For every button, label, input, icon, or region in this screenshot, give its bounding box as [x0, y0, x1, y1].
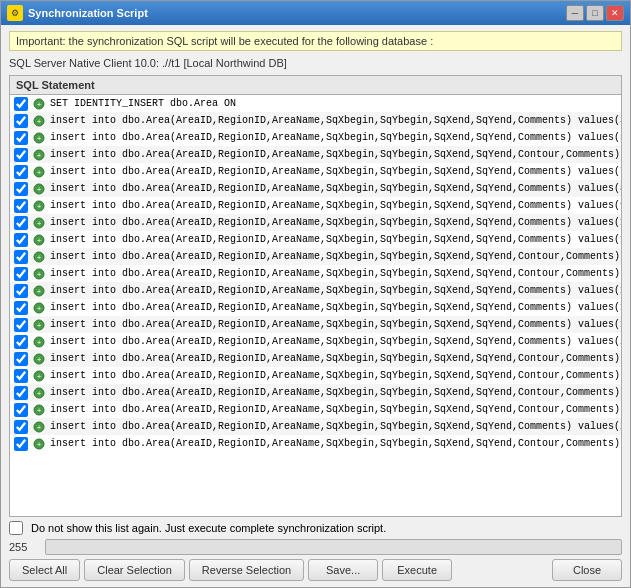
no-show-label: Do not show this list again. Just execut… [31, 522, 386, 534]
row-text: insert into dbo.Area(AreaID,RegionID,Are… [50, 319, 621, 330]
row-icon: + [32, 165, 46, 179]
sql-table: SQL Statement +SET IDENTITY_INSERT dbo.A… [9, 75, 622, 517]
info-message: Important: the synchronization SQL scrip… [9, 31, 622, 51]
row-checkbox[interactable] [14, 97, 28, 111]
svg-text:+: + [37, 389, 42, 398]
minimize-button[interactable]: ─ [566, 5, 584, 21]
table-row: +insert into dbo.Area(AreaID,RegionID,Ar… [10, 231, 621, 248]
titlebar: ⚙ Synchronization Script ─ □ ✕ [1, 1, 630, 25]
table-row: +insert into dbo.Area(AreaID,RegionID,Ar… [10, 350, 621, 367]
row-icon: + [32, 284, 46, 298]
row-checkbox[interactable] [14, 165, 28, 179]
row-checkbox[interactable] [14, 403, 28, 417]
row-icon: + [32, 114, 46, 128]
table-row: +insert into dbo.Area(AreaID,RegionID,Ar… [10, 163, 621, 180]
execute-button[interactable]: Execute [382, 559, 452, 581]
row-icon: + [32, 403, 46, 417]
row-text: insert into dbo.Area(AreaID,RegionID,Are… [50, 268, 621, 279]
titlebar-left: ⚙ Synchronization Script [7, 5, 148, 21]
svg-text:+: + [37, 134, 42, 143]
table-row: +insert into dbo.Area(AreaID,RegionID,Ar… [10, 214, 621, 231]
table-row: +insert into dbo.Area(AreaID,RegionID,Ar… [10, 248, 621, 265]
row-text: insert into dbo.Area(AreaID,RegionID,Are… [50, 166, 621, 177]
table-row: +insert into dbo.Area(AreaID,RegionID,Ar… [10, 299, 621, 316]
row-checkbox[interactable] [14, 216, 28, 230]
row-icon: + [32, 369, 46, 383]
clear-selection-button[interactable]: Clear Selection [84, 559, 185, 581]
select-all-button[interactable]: Select All [9, 559, 80, 581]
table-row: +insert into dbo.Area(AreaID,RegionID,Ar… [10, 112, 621, 129]
row-text: insert into dbo.Area(AreaID,RegionID,Are… [50, 234, 621, 245]
svg-text:+: + [37, 355, 42, 364]
row-icon: + [32, 131, 46, 145]
row-checkbox[interactable] [14, 420, 28, 434]
row-icon: + [32, 267, 46, 281]
row-icon: + [32, 318, 46, 332]
svg-text:+: + [37, 236, 42, 245]
row-icon: + [32, 233, 46, 247]
row-checkbox[interactable] [14, 182, 28, 196]
svg-text:+: + [37, 304, 42, 313]
table-row: +insert into dbo.Area(AreaID,RegionID,Ar… [10, 333, 621, 350]
main-window: ⚙ Synchronization Script ─ □ ✕ Important… [0, 0, 631, 588]
row-text: insert into dbo.Area(AreaID,RegionID,Are… [50, 183, 621, 194]
table-row: +insert into dbo.Area(AreaID,RegionID,Ar… [10, 435, 621, 452]
row-icon: + [32, 97, 46, 111]
no-show-checkbox[interactable] [9, 521, 23, 535]
close-window-button[interactable]: ✕ [606, 5, 624, 21]
row-checkbox[interactable] [14, 284, 28, 298]
row-icon: + [32, 437, 46, 451]
reverse-selection-button[interactable]: Reverse Selection [189, 559, 304, 581]
table-body[interactable]: +SET IDENTITY_INSERT dbo.Area ON+insert … [10, 95, 621, 516]
row-checkbox[interactable] [14, 386, 28, 400]
row-icon: + [32, 301, 46, 315]
titlebar-buttons: ─ □ ✕ [566, 5, 624, 21]
row-checkbox[interactable] [14, 148, 28, 162]
row-icon: + [32, 352, 46, 366]
svg-text:+: + [37, 372, 42, 381]
content-area: Important: the synchronization SQL scrip… [1, 25, 630, 587]
row-icon: + [32, 420, 46, 434]
row-text: insert into dbo.Area(AreaID,RegionID,Are… [50, 217, 621, 228]
row-text: insert into dbo.Area(AreaID,RegionID,Are… [50, 404, 621, 415]
row-text: insert into dbo.Area(AreaID,RegionID,Are… [50, 302, 621, 313]
row-icon: + [32, 182, 46, 196]
row-checkbox[interactable] [14, 114, 28, 128]
row-checkbox[interactable] [14, 267, 28, 281]
row-icon: + [32, 250, 46, 264]
row-checkbox[interactable] [14, 301, 28, 315]
row-text: insert into dbo.Area(AreaID,RegionID,Are… [50, 285, 621, 296]
svg-text:+: + [37, 406, 42, 415]
row-checkbox[interactable] [14, 437, 28, 451]
maximize-button[interactable]: □ [586, 5, 604, 21]
row-checkbox[interactable] [14, 199, 28, 213]
table-row: +insert into dbo.Area(AreaID,RegionID,Ar… [10, 197, 621, 214]
row-checkbox[interactable] [14, 131, 28, 145]
row-checkbox[interactable] [14, 250, 28, 264]
row-text: insert into dbo.Area(AreaID,RegionID,Are… [50, 200, 621, 211]
svg-text:+: + [37, 100, 42, 109]
row-checkbox[interactable] [14, 233, 28, 247]
svg-text:+: + [37, 440, 42, 449]
row-text: insert into dbo.Area(AreaID,RegionID,Are… [50, 438, 621, 449]
row-icon: + [32, 335, 46, 349]
row-text: SET IDENTITY_INSERT dbo.Area ON [50, 98, 236, 109]
table-row: +insert into dbo.Area(AreaID,RegionID,Ar… [10, 146, 621, 163]
progress-bar [45, 539, 622, 555]
table-row: +insert into dbo.Area(AreaID,RegionID,Ar… [10, 418, 621, 435]
svg-text:+: + [37, 219, 42, 228]
row-checkbox[interactable] [14, 318, 28, 332]
close-button[interactable]: Close [552, 559, 622, 581]
row-text: insert into dbo.Area(AreaID,RegionID,Are… [50, 251, 621, 262]
row-checkbox[interactable] [14, 335, 28, 349]
row-checkbox[interactable] [14, 369, 28, 383]
save-button[interactable]: Save... [308, 559, 378, 581]
table-row: +insert into dbo.Area(AreaID,RegionID,Ar… [10, 129, 621, 146]
row-text: insert into dbo.Area(AreaID,RegionID,Are… [50, 370, 621, 381]
row-icon: + [32, 199, 46, 213]
row-checkbox[interactable] [14, 352, 28, 366]
window-title: Synchronization Script [28, 7, 148, 19]
svg-text:+: + [37, 253, 42, 262]
row-text: insert into dbo.Area(AreaID,RegionID,Are… [50, 132, 621, 143]
row-icon: + [32, 148, 46, 162]
